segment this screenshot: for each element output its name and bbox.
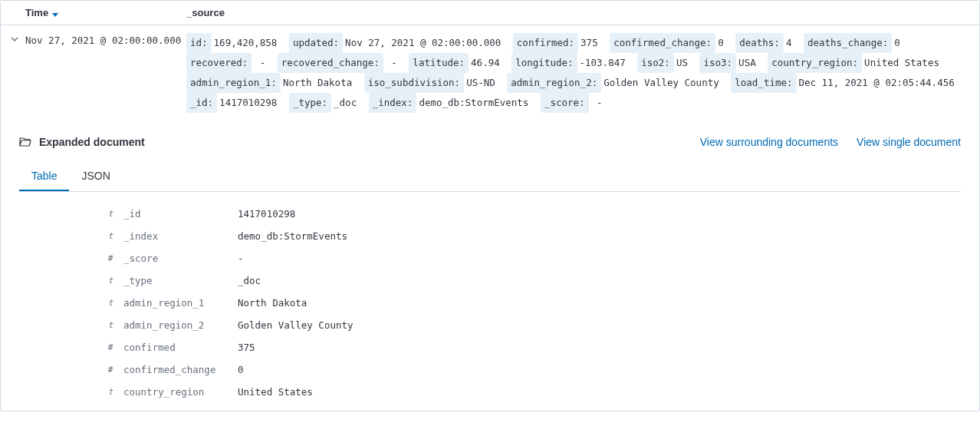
source-field-value: Golden Valley County [603, 77, 725, 88]
source-field-value: -103.847 [580, 57, 632, 68]
field-value: Golden Valley County [229, 319, 354, 331]
source-field-label: deaths: [735, 33, 784, 53]
row-source-content: id:169,420,858 updated:Nov 27, 2021 @ 02… [186, 33, 970, 113]
expanded-title-label: Expanded document [39, 136, 145, 148]
time-header-label: Time [25, 7, 48, 18]
table-header: Time _source [1, 1, 979, 25]
field-value: 1417010298 [229, 208, 295, 220]
field-name-label: admin_region_2 [117, 319, 229, 331]
source-field-label: updated: [289, 33, 343, 53]
field-name-label: _index [117, 230, 229, 242]
number-type-icon: # [104, 365, 117, 375]
field-name-label: country_region [117, 386, 229, 398]
source-field-label: latitude: [409, 53, 469, 73]
source-field-value: 0 [718, 37, 729, 48]
folder-open-icon [19, 136, 31, 148]
time-column-header[interactable]: Time [25, 7, 186, 18]
source-field-label: _index: [369, 93, 417, 113]
document-panel: Time _source Nov 27, 2021 @ 02:00:00.000… [0, 0, 980, 411]
field-value: _doc [229, 275, 261, 286]
source-field-value: Dec 11, 2021 @ 02:05:44.456 [799, 77, 955, 88]
source-field-value: North Dakota [283, 77, 358, 88]
view-single-link[interactable]: View single document [857, 136, 961, 148]
source-field-label: admin_region_2: [507, 73, 601, 93]
tabs: Table JSON [19, 162, 961, 192]
field-row[interactable]: #_score - [19, 247, 961, 269]
view-surrounding-link[interactable]: View surrounding documents [700, 136, 838, 148]
source-field-label: confirmed: [513, 33, 578, 53]
field-value: 375 [229, 342, 255, 353]
source-field-value: USA [738, 57, 761, 68]
source-field-label: longitude: [511, 53, 577, 73]
source-field-label: recovered: [186, 53, 252, 73]
number-type-icon: # [104, 342, 117, 352]
source-field-label: confirmed_change: [610, 33, 715, 53]
source-field-value: US [676, 57, 694, 68]
source-field-value: - [591, 97, 603, 108]
source-field-label: recovered_change: [278, 53, 383, 73]
source-field-value: 1417010298 [219, 97, 283, 108]
source-field-value: 4 [786, 37, 797, 48]
field-name-label: admin_region_1 [117, 297, 229, 309]
table-row[interactable]: Nov 27, 2021 @ 02:00:00.000 id:169,420,8… [1, 25, 979, 127]
expanded-title: Expanded document [19, 136, 145, 148]
field-value: - [229, 253, 244, 264]
source-field-label: deaths_change: [804, 33, 892, 53]
source-field-value: 169,420,858 [214, 37, 283, 48]
field-name-label: confirmed_change [117, 364, 229, 375]
field-name-label: _id [117, 208, 229, 220]
source-field-value: 375 [580, 37, 603, 48]
field-row[interactable]: #confirmed_change0 [19, 358, 961, 381]
source-column-header: _source [186, 7, 970, 18]
field-row[interactable]: tadmin_region_2Golden Valley County [19, 314, 961, 336]
text-type-icon: t [104, 387, 117, 397]
source-field-label: id: [186, 33, 212, 53]
source-field-value: US-ND [466, 77, 501, 88]
field-row[interactable]: tadmin_region_1North Dakota [19, 292, 961, 314]
source-field-value: Nov 27, 2021 @ 02:00:00.000 [345, 37, 507, 48]
field-value: demo_db:StormEvents [229, 230, 347, 242]
source-field-value: demo_db:StormEvents [419, 97, 534, 108]
source-field-label: load_time: [731, 73, 796, 93]
text-type-icon: t [104, 276, 117, 286]
source-field-value: - [386, 57, 403, 68]
text-type-icon: t [104, 231, 117, 241]
expand-column [10, 7, 25, 18]
source-field-label: iso3: [699, 53, 736, 73]
source-field-value: United States [864, 57, 939, 68]
field-value: North Dakota [229, 297, 307, 309]
source-header-label: _source [186, 7, 225, 18]
text-type-icon: t [104, 298, 117, 308]
tab-json[interactable]: JSON [69, 162, 122, 191]
source-field-label: iso2: [637, 53, 674, 73]
expanded-header: Expanded document View surrounding docum… [19, 136, 961, 148]
sort-desc-icon [51, 9, 59, 17]
expanded-document-section: Expanded document View surrounding docum… [1, 127, 979, 411]
field-table: t_id1417010298t_indexdemo_db:StormEvents… [19, 203, 961, 411]
text-type-icon: t [104, 320, 117, 330]
chevron-down-icon [10, 35, 19, 44]
source-field-value: 0 [894, 37, 900, 48]
text-type-icon: t [104, 209, 117, 219]
number-type-icon: # [104, 253, 117, 263]
field-value: 0 [229, 364, 244, 375]
source-field-value: - [254, 57, 271, 68]
tab-table[interactable]: Table [19, 162, 69, 191]
field-row[interactable]: t_id1417010298 [19, 203, 961, 225]
field-name-label: confirmed [117, 342, 229, 353]
source-field-label: country_region: [768, 53, 862, 73]
field-name-label: _score [117, 253, 229, 264]
expand-toggle[interactable] [10, 33, 25, 46]
source-field-value: _doc [334, 97, 363, 108]
field-row[interactable]: t_type_doc [19, 269, 961, 292]
source-field-value: 46.94 [471, 57, 505, 68]
source-field-label: admin_region_1: [186, 73, 281, 93]
source-field-label: iso_subdivision: [364, 73, 464, 93]
action-links: View surrounding documents View single d… [700, 136, 961, 148]
field-row[interactable]: tcountry_regionUnited States [19, 381, 961, 403]
field-row[interactable]: #confirmed375 [19, 336, 961, 358]
source-field-label: _id: [186, 93, 217, 113]
field-row[interactable]: t_indexdemo_db:StormEvents [19, 225, 961, 247]
field-name-label: _type [117, 275, 229, 286]
field-value: United States [229, 386, 313, 398]
